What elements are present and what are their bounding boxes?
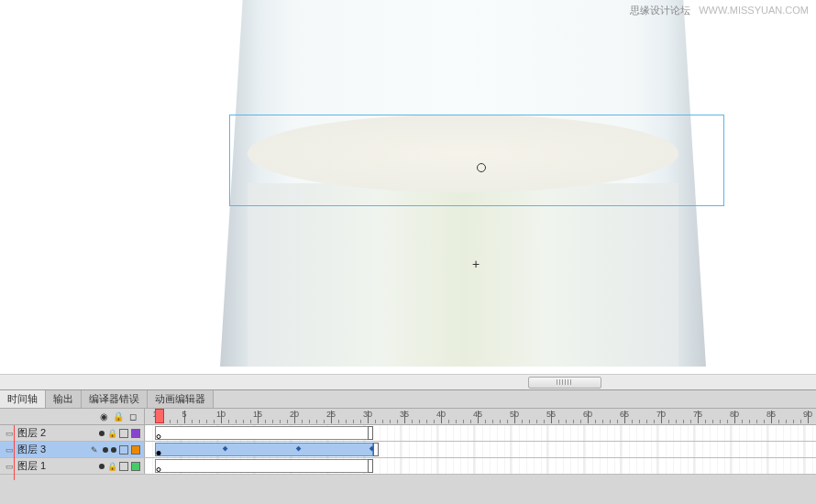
- layer-type-icon: ▭: [4, 428, 15, 439]
- layer-color-swatch[interactable]: [131, 429, 140, 438]
- frame-track[interactable]: [145, 458, 816, 474]
- lock-header-icon[interactable]: 🔒: [113, 411, 124, 422]
- ruler-tick-label: 80: [730, 410, 739, 419]
- ruler-tick-label: 60: [583, 410, 592, 419]
- registration-crosshair: +: [472, 257, 480, 271]
- timeline-panel: 时间轴 输出 编译器错误 动画编辑器 ◉ 🔒 ◻ 151015202530354…: [0, 389, 816, 504]
- watermark-url: WWW.MISSYUAN.COM: [699, 5, 809, 16]
- frame-end-marker[interactable]: [373, 443, 379, 456]
- visibility-toggle[interactable]: [99, 464, 105, 469]
- blank-keyframe-icon[interactable]: [157, 434, 161, 439]
- frame-ruler[interactable]: 151015202530354045505560657075808590: [145, 409, 816, 424]
- ruler-tick-label: 35: [400, 410, 409, 419]
- layer-color-swatch[interactable]: [131, 445, 140, 455]
- watermark-text: 思缘设计论坛 WWW.MISSYUAN.COM: [630, 4, 809, 17]
- visibility-toggle[interactable]: [99, 431, 105, 436]
- glass-artwork: [220, 0, 706, 367]
- layer-row[interactable]: ▭ 图层 3 ✎: [0, 442, 816, 458]
- ruler-tick-label: 45: [473, 410, 482, 419]
- visibility-toggle[interactable]: [103, 447, 108, 453]
- frame-span[interactable]: [155, 426, 373, 440]
- ruler-tick-label: 75: [693, 410, 702, 419]
- layer-name-label: 图层 2: [17, 426, 83, 440]
- layer-column-headers: ◉ 🔒 ◻: [0, 409, 145, 424]
- layer-type-icon: ▭: [4, 461, 15, 472]
- ruler-tick-label: 25: [326, 410, 336, 419]
- outline-toggle[interactable]: [119, 462, 128, 471]
- tab-compiler-errors[interactable]: 编译器错误: [82, 390, 148, 408]
- timeline-header-row: ◉ 🔒 ◻ 1510152025303540455055606570758085…: [0, 409, 816, 425]
- tab-timeline[interactable]: 时间轴: [0, 390, 46, 408]
- layer-name-label: 图层 3: [17, 443, 86, 456]
- horizontal-scrollbar[interactable]: [0, 374, 816, 389]
- layer-type-icon: ▭: [4, 444, 15, 455]
- scrollbar-grip-icon: [557, 379, 573, 385]
- layers-list: ▭ 图层 2 🔒 ▭ 图层 3 ✎: [0, 425, 816, 475]
- watermark-site-name: 思缘设计论坛: [630, 5, 690, 16]
- ruler-tick-label: 50: [510, 410, 519, 419]
- layer-info[interactable]: ▭ 图层 1 🔒: [0, 458, 145, 474]
- lock-toggle[interactable]: 🔒: [107, 462, 116, 471]
- ruler-tick-label: 5: [182, 410, 186, 419]
- frame-span[interactable]: [155, 459, 373, 473]
- scrollbar-thumb[interactable]: [528, 377, 601, 389]
- layer-info[interactable]: ▭ 图层 2 🔒: [0, 425, 145, 441]
- tab-output[interactable]: 输出: [46, 390, 82, 408]
- visibility-header-icon[interactable]: ◉: [98, 411, 109, 422]
- layer-row[interactable]: ▭ 图层 2 🔒: [0, 425, 816, 442]
- ruler-tick-label: 55: [546, 410, 556, 419]
- outline-header-icon[interactable]: ◻: [127, 411, 138, 422]
- ruler-tick-label: 40: [436, 410, 446, 419]
- tab-motion-editor[interactable]: 动画编辑器: [148, 390, 214, 408]
- panel-tab-bar: 时间轴 输出 编译器错误 动画编辑器: [0, 390, 816, 409]
- ruler-tick-label: 70: [656, 410, 666, 419]
- layer-color-swatch[interactable]: [131, 462, 140, 471]
- ruler-tick-label: 10: [216, 410, 226, 419]
- transform-origin-marker[interactable]: [477, 163, 486, 172]
- layer-row[interactable]: ▭ 图层 1 🔒: [0, 458, 816, 475]
- layer-info[interactable]: ▭ 图层 3 ✎: [0, 442, 145, 457]
- frame-track[interactable]: [145, 425, 816, 441]
- layer-name-label: 图层 1: [17, 459, 83, 473]
- motion-tween-span[interactable]: [155, 443, 373, 456]
- lock-toggle[interactable]: [111, 447, 116, 453]
- ruler-tick-label: 65: [620, 410, 629, 419]
- lock-toggle[interactable]: 🔒: [107, 429, 116, 438]
- outline-toggle[interactable]: [119, 429, 128, 438]
- ruler-tick-label: 85: [766, 410, 776, 419]
- liquid-fill: [248, 183, 678, 367]
- ruler-tick-label: 15: [253, 410, 262, 419]
- blank-keyframe-icon[interactable]: [157, 467, 161, 472]
- outline-toggle[interactable]: [119, 445, 128, 455]
- frame-end-marker[interactable]: [368, 459, 373, 473]
- scrollbar-track[interactable]: [0, 376, 816, 389]
- liquid-surface-ellipse: [248, 115, 678, 192]
- ruler-tick-label: 30: [363, 410, 372, 419]
- pencil-edit-icon: ✎: [89, 445, 100, 455]
- canvas-stage[interactable]: + 思缘设计论坛 WWW.MISSYUAN.COM: [0, 0, 816, 389]
- frame-end-marker[interactable]: [368, 426, 373, 440]
- frame-track[interactable]: [145, 442, 816, 457]
- ruler-tick-label: 20: [290, 410, 299, 419]
- keyframe-icon[interactable]: [157, 451, 161, 455]
- playhead-marker[interactable]: [155, 409, 164, 423]
- ruler-tick-label: 90: [803, 410, 812, 419]
